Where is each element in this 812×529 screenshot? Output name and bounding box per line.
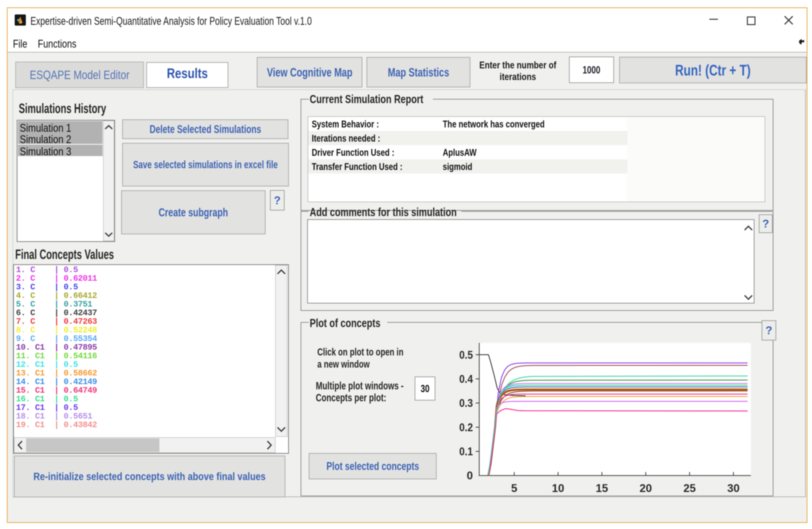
- svg-text:20: 20: [640, 482, 652, 494]
- svg-text:5: 5: [511, 482, 517, 494]
- svg-text:30: 30: [727, 482, 740, 494]
- svg-text:0.4: 0.4: [459, 373, 473, 385]
- svg-text:0.2: 0.2: [459, 421, 473, 434]
- svg-text:10: 10: [552, 482, 564, 494]
- svg-text:25: 25: [683, 482, 696, 494]
- svg-text:0.3: 0.3: [459, 397, 473, 409]
- svg-text:0: 0: [467, 469, 473, 482]
- svg-text:15: 15: [596, 482, 608, 494]
- svg-text:0.1: 0.1: [459, 445, 473, 458]
- svg-text:0.5: 0.5: [459, 349, 473, 361]
